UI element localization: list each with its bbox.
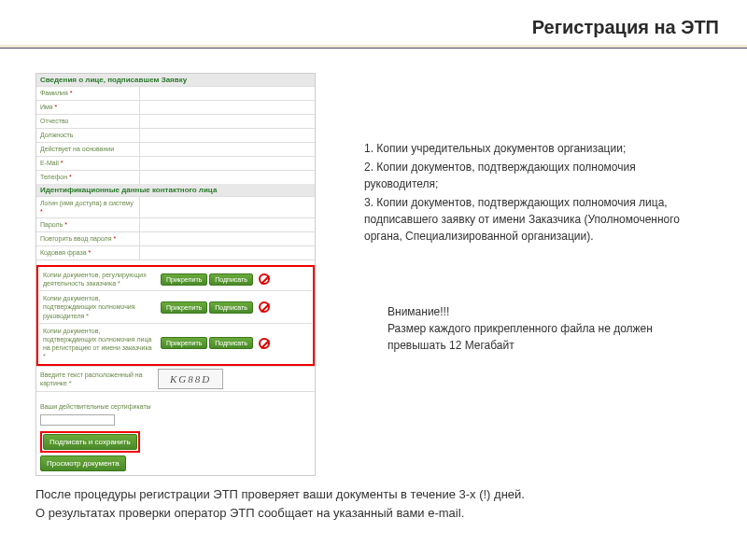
sign-button[interactable]: Подписать — [209, 337, 253, 349]
cert-select[interactable] — [40, 414, 115, 426]
field-label: E-Mail — [40, 160, 59, 166]
attach-button[interactable]: Прикрепить — [161, 301, 207, 314]
warning-block: Внимание!!! Размер каждого прикрепленног… — [388, 303, 705, 354]
attachment-row: Копии документов, подтверждающих полномо… — [39, 290, 312, 322]
field-row: Должность — [36, 128, 315, 142]
field-label: Фамилия — [40, 90, 68, 96]
footer-note: После процедуры регистрации ЭТП проверяе… — [35, 485, 719, 522]
delete-icon[interactable] — [259, 273, 270, 285]
field-input[interactable] — [139, 246, 315, 259]
list-item: 3. Копии документов, подтверждающих полн… — [364, 194, 710, 245]
attach-button[interactable]: Прикрепить — [161, 273, 207, 286]
field-label: Логин (имя доступа) в систему — [40, 200, 134, 206]
action-buttons: Подписать и сохранить Просмотр документа — [36, 427, 315, 475]
attach-label: Копии документов, подтверждающих полномо… — [43, 328, 152, 351]
field-row: Имя * — [36, 100, 315, 114]
delete-icon[interactable] — [259, 338, 270, 349]
attachments-highlighted: Копии документов, регулирующих деятельно… — [36, 265, 315, 366]
field-row: Фамилия * — [36, 86, 315, 100]
footer-line: О результатах проверки оператор ЭТП сооб… — [35, 504, 719, 523]
footer-line: После процедуры регистрации ЭТП проверяе… — [35, 485, 719, 504]
captcha-label: Введите текст расположенный на картинке — [40, 371, 143, 386]
field-row: E-Mail * — [36, 156, 315, 170]
attach-button[interactable]: Прикрепить — [161, 337, 207, 349]
field-input[interactable] — [139, 232, 315, 245]
attach-label: Копии документов, подтверждающих полномо… — [43, 295, 135, 318]
field-label: Телефон — [40, 174, 67, 180]
warning-title: Внимание!!! — [388, 303, 705, 320]
field-label: Кодовая фраза — [40, 249, 87, 256]
registration-form: Сведения о лице, подписавшем Заявку Фами… — [35, 73, 316, 476]
field-input[interactable] — [139, 171, 315, 184]
field-row: Телефон * — [36, 170, 315, 184]
section-contact-id: Идентификационные данные контактного лиц… — [36, 184, 315, 196]
field-input[interactable] — [139, 129, 315, 142]
field-input[interactable] — [139, 197, 315, 217]
field-row: Повторить ввод пароля * — [36, 231, 315, 245]
field-row: Кодовая фраза * — [36, 245, 315, 259]
section-signer-info: Сведения о лице, подписавшем Заявку — [36, 74, 315, 86]
field-row: Пароль * — [36, 217, 315, 231]
captcha-row: Введите текст расположенный на картинке … — [36, 366, 315, 391]
field-label: Отчество — [40, 118, 68, 124]
field-label: Пароль — [40, 221, 63, 228]
sign-button[interactable]: Подписать — [209, 301, 253, 314]
delete-icon[interactable] — [259, 301, 270, 313]
field-input[interactable] — [139, 157, 315, 170]
submit-button[interactable]: Подписать и сохранить — [43, 434, 137, 450]
sign-button[interactable]: Подписать — [209, 273, 253, 286]
field-row: Действует на основании — [36, 142, 315, 156]
field-label: Повторить ввод пароля — [40, 235, 111, 242]
view-doc-button[interactable]: Просмотр документа — [40, 455, 126, 471]
page-title: Регистрация на ЭТП — [532, 17, 719, 38]
field-label: Действует на основании — [40, 146, 114, 152]
attachment-row: Копии документов, регулирующих деятельно… — [39, 268, 312, 290]
cert-label: Ваши действительные сертификаты — [36, 400, 315, 413]
attach-label: Копии документов, регулирующих деятельно… — [43, 272, 147, 287]
field-label: Должность — [40, 132, 73, 138]
captcha-image: KG88D — [158, 369, 223, 389]
attachment-row: Копии документов, подтверждающих полномо… — [39, 323, 312, 363]
field-input[interactable] — [139, 101, 315, 114]
list-item: 2. Копии документов, подтверждающих полн… — [364, 159, 710, 192]
field-input[interactable] — [139, 115, 315, 128]
field-input[interactable] — [139, 87, 315, 100]
field-input[interactable] — [139, 143, 315, 156]
field-label: Имя — [40, 104, 53, 110]
header-divider — [0, 45, 747, 49]
field-row: Логин (имя доступа) в систему * — [36, 196, 315, 217]
documents-list: 1. Копии учредительных документов органи… — [364, 140, 710, 246]
warning-body: Размер каждого прикрепленного файла не д… — [388, 320, 705, 354]
field-input[interactable] — [139, 218, 315, 231]
field-row: Отчество — [36, 114, 315, 128]
list-item: 1. Копии учредительных документов органи… — [364, 140, 710, 157]
page-header: Регистрация на ЭТП — [532, 17, 719, 38]
